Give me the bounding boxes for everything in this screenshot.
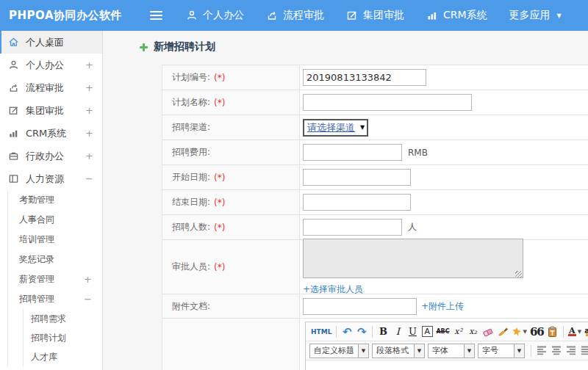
- form-row-cost: 招聘费用: RMB: [162, 140, 588, 165]
- plan-no-input[interactable]: [303, 69, 426, 86]
- field-label: 招聘费用:: [172, 146, 210, 159]
- superscript-button[interactable]: x²: [451, 324, 466, 339]
- sidebar-item-hr-contracts[interactable]: 人事合同: [8, 210, 102, 230]
- nav-crm-system[interactable]: CRM系统: [426, 9, 487, 22]
- sidebar-item-training[interactable]: 培训管理: [8, 230, 102, 250]
- strikethrough-button[interactable]: ABC: [434, 324, 451, 339]
- plan-name-input[interactable]: [303, 94, 472, 111]
- align-right-button[interactable]: [564, 344, 578, 358]
- sidebar-item-crm[interactable]: CRM系统 +: [0, 122, 102, 145]
- align-justify-button[interactable]: [578, 344, 588, 358]
- resize-handle[interactable]: [515, 271, 522, 278]
- sidebar-item-label: 集团审批: [26, 104, 64, 117]
- undo-button[interactable]: ↶: [340, 324, 354, 339]
- end-date-input[interactable]: [303, 194, 411, 211]
- field-label: 附件文档:: [172, 300, 210, 313]
- paste-button[interactable]: [545, 324, 560, 339]
- form-row-attachment: 附件文档: +附件上传: [162, 294, 588, 319]
- collapse-minus-icon[interactable]: −: [85, 173, 93, 184]
- sidebar-item-personal-office[interactable]: 个人办公 +: [0, 54, 102, 76]
- sidebar-item-group-approval[interactable]: 集团审批 +: [0, 99, 102, 122]
- home-icon: [8, 37, 19, 48]
- subscript-button[interactable]: x₂: [466, 324, 481, 339]
- main-content: 新增招聘计划 计划编号: (*) 计划名称: (*): [103, 31, 588, 370]
- collapse-minus-icon[interactable]: −: [84, 294, 92, 305]
- brand-logo[interactable]: PHPOA协同办公软件: [0, 9, 137, 23]
- redo-button[interactable]: ↷: [354, 324, 369, 339]
- rich-text-editor: HTML ↶ ↷ B I U A ABC x² x₂: [305, 322, 588, 370]
- sidebar-item-talent-pool[interactable]: 人才库: [24, 347, 102, 366]
- field-label: 招聘渠道:: [172, 121, 210, 134]
- eraser-button[interactable]: [481, 324, 495, 339]
- expand-plus-icon[interactable]: +: [85, 59, 93, 70]
- nav-label: 更多应用: [509, 9, 551, 22]
- sidebar-item-salary[interactable]: 薪资管理 +: [8, 269, 102, 289]
- attachment-input[interactable]: [303, 298, 417, 315]
- briefcase-icon: [8, 150, 19, 162]
- currency-suffix: RMB: [408, 148, 428, 158]
- editor-content-area[interactable]: [306, 360, 588, 370]
- attachment-upload-link[interactable]: +附件上传: [421, 300, 464, 313]
- underline-button[interactable]: U: [405, 324, 420, 339]
- channel-select[interactable]: 请选择渠道 ▼: [303, 119, 368, 137]
- top-header: PHPOA协同办公软件 个人办公 流程审批 集团审批: [0, 0, 588, 31]
- expand-plus-icon[interactable]: +: [85, 128, 93, 139]
- boxed-a-icon: A: [422, 326, 433, 337]
- custom-heading-dropdown[interactable]: 自定义标题 ▼: [309, 344, 369, 358]
- form-row-plan-name: 计划名称: (*): [162, 90, 588, 115]
- expand-plus-icon[interactable]: +: [85, 105, 93, 116]
- blockquote-button[interactable]: 66: [528, 324, 545, 339]
- nav-label: CRM系统: [443, 9, 487, 22]
- dropdown-value: 字体: [429, 344, 464, 358]
- expand-plus-icon[interactable]: +: [85, 82, 93, 93]
- cost-input[interactable]: [303, 144, 402, 161]
- menu-toggle-icon[interactable]: [150, 11, 162, 21]
- font-style-box-button[interactable]: A: [420, 324, 434, 339]
- html-source-button[interactable]: HTML: [309, 324, 333, 339]
- caret-down-icon: ▼: [523, 329, 527, 335]
- sidebar-item-recruitment[interactable]: 招聘管理 −: [8, 289, 102, 309]
- nav-personal-office[interactable]: 个人办公: [186, 9, 244, 22]
- headcount-input[interactable]: [303, 219, 402, 236]
- align-left-button[interactable]: [534, 344, 549, 358]
- start-date-input[interactable]: [303, 169, 411, 186]
- approvers-textarea[interactable]: [303, 239, 523, 278]
- format-paint-button[interactable]: ▼: [510, 324, 528, 339]
- bold-button[interactable]: B: [376, 324, 390, 339]
- highlight-button[interactable]: ab ▼: [583, 324, 588, 339]
- sidebar-item-personal-desktop[interactable]: 个人桌面: [0, 31, 102, 54]
- font-family-dropdown[interactable]: 字体 ▼: [428, 344, 475, 358]
- nav-more-apps[interactable]: 更多应用 ▼: [509, 9, 562, 22]
- sidebar-item-label: 行政办公: [26, 150, 64, 163]
- hr-submenu: 考勤管理 人事合同 培训管理 奖惩记录 薪资管理 + 招聘管理 −: [7, 190, 102, 366]
- flow-send-icon: [266, 10, 278, 21]
- caret-down-icon: ▼: [514, 344, 524, 358]
- book-icon: [8, 173, 19, 184]
- font-color-button[interactable]: A ▼: [567, 324, 583, 339]
- brush-button[interactable]: [495, 324, 510, 339]
- sidebar-item-label: 人才库: [31, 351, 57, 363]
- sidebar-item-recruit-demand[interactable]: 招聘需求: [24, 309, 102, 328]
- sidebar-item-label: 考勤管理: [19, 194, 54, 206]
- italic-button[interactable]: I: [390, 324, 405, 339]
- sidebar-item-rewards[interactable]: 奖惩记录: [8, 250, 102, 269]
- caret-down-icon: ▼: [414, 344, 424, 358]
- sidebar-item-workflow-approval[interactable]: 流程审批 +: [0, 76, 102, 99]
- sidebar-item-recruit-plan[interactable]: 招聘计划: [24, 328, 102, 347]
- font-size-dropdown[interactable]: 字号 ▼: [478, 344, 525, 358]
- caret-down-icon: ▼: [358, 344, 368, 358]
- align-center-button[interactable]: [549, 344, 564, 358]
- expand-plus-icon[interactable]: +: [85, 150, 93, 162]
- caret-down-icon: ▼: [464, 344, 474, 358]
- sidebar-item-admin-office[interactable]: 行政办公 +: [0, 145, 102, 167]
- toolbar-separator: [563, 326, 564, 338]
- select-approvers-link[interactable]: +选择审批人员: [303, 283, 363, 296]
- nav-workflow-approval[interactable]: 流程审批: [266, 9, 324, 22]
- sidebar-item-attendance[interactable]: 考勤管理: [8, 190, 102, 210]
- edit-square-icon: [346, 10, 358, 21]
- nav-group-approval[interactable]: 集团审批: [346, 9, 404, 22]
- expand-plus-icon[interactable]: +: [84, 274, 92, 285]
- add-plus-icon: [140, 43, 148, 51]
- sidebar-item-hr[interactable]: 人力资源 −: [0, 167, 102, 190]
- paragraph-format-dropdown[interactable]: 段落格式 ▼: [372, 344, 425, 358]
